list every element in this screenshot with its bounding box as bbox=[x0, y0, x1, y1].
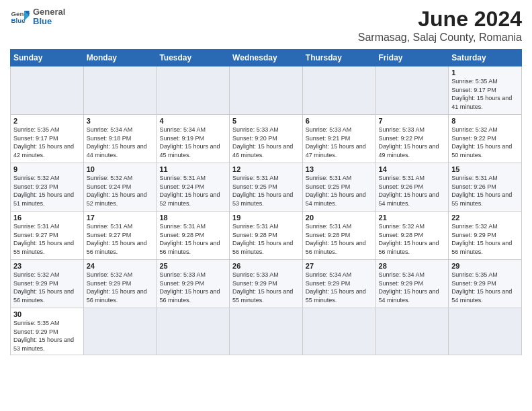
calendar-cell: 20Sunrise: 5:31 AM Sunset: 9:28 PM Dayli… bbox=[302, 212, 375, 260]
logo-blue: Blue bbox=[33, 17, 65, 26]
calendar-cell: 5Sunrise: 5:33 AM Sunset: 9:20 PM Daylig… bbox=[230, 115, 303, 163]
calendar-cell bbox=[83, 308, 157, 355]
day-number: 16 bbox=[13, 214, 81, 222]
day-number: 28 bbox=[379, 262, 446, 270]
weekday-header-sunday: Sunday bbox=[11, 50, 84, 66]
calendar-cell: 17Sunrise: 5:31 AM Sunset: 9:27 PM Dayli… bbox=[83, 212, 157, 260]
day-number: 9 bbox=[13, 165, 81, 173]
calendar-cell bbox=[375, 66, 449, 115]
calendar-cell: 9Sunrise: 5:32 AM Sunset: 9:23 PM Daylig… bbox=[11, 163, 84, 212]
weekday-header-saturday: Saturday bbox=[449, 50, 522, 66]
calendar-cell: 6Sunrise: 5:33 AM Sunset: 9:21 PM Daylig… bbox=[302, 115, 375, 163]
day-info: Sunrise: 5:31 AM Sunset: 9:25 PM Dayligh… bbox=[232, 174, 300, 208]
calendar-cell bbox=[302, 66, 375, 115]
day-info: Sunrise: 5:32 AM Sunset: 9:29 PM Dayligh… bbox=[451, 222, 519, 256]
calendar-cell bbox=[230, 308, 303, 355]
calendar-cell bbox=[157, 66, 230, 115]
day-number: 2 bbox=[13, 117, 81, 125]
calendar-cell bbox=[157, 308, 230, 355]
page-header: General Blue General Blue June 2024 Sarm… bbox=[10, 7, 522, 44]
weekday-header-monday: Monday bbox=[83, 50, 157, 66]
month-title: June 2024 bbox=[358, 7, 522, 32]
day-number: 8 bbox=[451, 117, 519, 125]
calendar-week-row: 16Sunrise: 5:31 AM Sunset: 9:27 PM Dayli… bbox=[11, 212, 522, 260]
day-info: Sunrise: 5:33 AM Sunset: 9:21 PM Dayligh… bbox=[306, 126, 373, 159]
day-info: Sunrise: 5:34 AM Sunset: 9:18 PM Dayligh… bbox=[87, 126, 154, 159]
day-info: Sunrise: 5:35 AM Sunset: 9:29 PM Dayligh… bbox=[13, 319, 81, 353]
day-number: 23 bbox=[13, 262, 81, 270]
calendar-cell bbox=[302, 308, 375, 355]
day-info: Sunrise: 5:34 AM Sunset: 9:29 PM Dayligh… bbox=[306, 271, 373, 304]
day-info: Sunrise: 5:34 AM Sunset: 9:19 PM Dayligh… bbox=[159, 126, 226, 159]
calendar-cell: 15Sunrise: 5:31 AM Sunset: 9:26 PM Dayli… bbox=[449, 163, 522, 212]
day-info: Sunrise: 5:32 AM Sunset: 9:24 PM Dayligh… bbox=[87, 174, 154, 208]
day-info: Sunrise: 5:32 AM Sunset: 9:23 PM Dayligh… bbox=[13, 174, 81, 208]
calendar-week-row: 23Sunrise: 5:32 AM Sunset: 9:29 PM Dayli… bbox=[11, 260, 522, 308]
day-info: Sunrise: 5:32 AM Sunset: 9:29 PM Dayligh… bbox=[87, 271, 154, 304]
day-info: Sunrise: 5:32 AM Sunset: 9:28 PM Dayligh… bbox=[379, 222, 446, 256]
calendar-cell: 10Sunrise: 5:32 AM Sunset: 9:24 PM Dayli… bbox=[83, 163, 157, 212]
day-number: 19 bbox=[232, 214, 300, 222]
calendar-cell: 1Sunrise: 5:35 AM Sunset: 9:17 PM Daylig… bbox=[449, 66, 522, 115]
calendar-cell: 4Sunrise: 5:34 AM Sunset: 9:19 PM Daylig… bbox=[157, 115, 230, 163]
day-number: 11 bbox=[159, 165, 226, 173]
day-info: Sunrise: 5:34 AM Sunset: 9:29 PM Dayligh… bbox=[379, 271, 446, 304]
day-info: Sunrise: 5:31 AM Sunset: 9:26 PM Dayligh… bbox=[379, 174, 446, 208]
svg-text:Blue: Blue bbox=[11, 17, 26, 24]
calendar-cell: 16Sunrise: 5:31 AM Sunset: 9:27 PM Dayli… bbox=[11, 212, 84, 260]
location-title: Sarmasag, Salaj County, Romania bbox=[358, 32, 522, 44]
day-info: Sunrise: 5:31 AM Sunset: 9:25 PM Dayligh… bbox=[306, 174, 373, 208]
day-info: Sunrise: 5:31 AM Sunset: 9:28 PM Dayligh… bbox=[306, 222, 373, 256]
day-number: 17 bbox=[87, 214, 154, 222]
calendar-cell: 23Sunrise: 5:32 AM Sunset: 9:29 PM Dayli… bbox=[11, 260, 84, 308]
calendar-cell: 28Sunrise: 5:34 AM Sunset: 9:29 PM Dayli… bbox=[375, 260, 449, 308]
logo-text: General Blue bbox=[33, 7, 65, 27]
day-number: 7 bbox=[379, 117, 446, 125]
calendar-cell: 27Sunrise: 5:34 AM Sunset: 9:29 PM Dayli… bbox=[302, 260, 375, 308]
day-number: 30 bbox=[13, 310, 81, 318]
calendar-week-row: 2Sunrise: 5:35 AM Sunset: 9:17 PM Daylig… bbox=[11, 115, 522, 163]
day-info: Sunrise: 5:35 AM Sunset: 9:29 PM Dayligh… bbox=[451, 271, 519, 304]
day-info: Sunrise: 5:33 AM Sunset: 9:29 PM Dayligh… bbox=[232, 271, 300, 304]
day-info: Sunrise: 5:31 AM Sunset: 9:28 PM Dayligh… bbox=[159, 222, 226, 256]
calendar-cell: 8Sunrise: 5:32 AM Sunset: 9:22 PM Daylig… bbox=[449, 115, 522, 163]
day-number: 10 bbox=[87, 165, 154, 173]
day-number: 27 bbox=[306, 262, 373, 270]
calendar-week-row: 9Sunrise: 5:32 AM Sunset: 9:23 PM Daylig… bbox=[11, 163, 522, 212]
calendar-cell: 25Sunrise: 5:33 AM Sunset: 9:29 PM Dayli… bbox=[157, 260, 230, 308]
calendar-table: SundayMondayTuesdayWednesdayThursdayFrid… bbox=[10, 49, 522, 355]
calendar-cell: 21Sunrise: 5:32 AM Sunset: 9:28 PM Dayli… bbox=[375, 212, 449, 260]
day-info: Sunrise: 5:32 AM Sunset: 9:29 PM Dayligh… bbox=[13, 271, 81, 304]
calendar-cell: 24Sunrise: 5:32 AM Sunset: 9:29 PM Dayli… bbox=[83, 260, 157, 308]
day-info: Sunrise: 5:33 AM Sunset: 9:29 PM Dayligh… bbox=[159, 271, 226, 304]
day-number: 22 bbox=[451, 214, 519, 222]
day-number: 3 bbox=[87, 117, 154, 125]
day-number: 29 bbox=[451, 262, 519, 270]
calendar-cell: 11Sunrise: 5:31 AM Sunset: 9:24 PM Dayli… bbox=[157, 163, 230, 212]
calendar-week-row: 1Sunrise: 5:35 AM Sunset: 9:17 PM Daylig… bbox=[11, 66, 522, 115]
day-number: 13 bbox=[306, 165, 373, 173]
calendar-cell: 22Sunrise: 5:32 AM Sunset: 9:29 PM Dayli… bbox=[449, 212, 522, 260]
title-block: June 2024 Sarmasag, Salaj County, Romani… bbox=[358, 7, 522, 44]
day-number: 15 bbox=[451, 165, 519, 173]
day-info: Sunrise: 5:33 AM Sunset: 9:20 PM Dayligh… bbox=[232, 126, 300, 159]
calendar-cell: 29Sunrise: 5:35 AM Sunset: 9:29 PM Dayli… bbox=[449, 260, 522, 308]
calendar-cell: 3Sunrise: 5:34 AM Sunset: 9:18 PM Daylig… bbox=[83, 115, 157, 163]
day-number: 1 bbox=[451, 68, 519, 77]
weekday-header-friday: Friday bbox=[375, 50, 449, 66]
day-number: 5 bbox=[232, 117, 300, 125]
calendar-week-row: 30Sunrise: 5:35 AM Sunset: 9:29 PM Dayli… bbox=[11, 308, 522, 355]
calendar-cell: 13Sunrise: 5:31 AM Sunset: 9:25 PM Dayli… bbox=[302, 163, 375, 212]
day-number: 20 bbox=[306, 214, 373, 222]
calendar-cell bbox=[83, 66, 157, 115]
day-number: 24 bbox=[87, 262, 154, 270]
calendar-cell: 30Sunrise: 5:35 AM Sunset: 9:29 PM Dayli… bbox=[11, 308, 84, 355]
calendar-cell: 26Sunrise: 5:33 AM Sunset: 9:29 PM Dayli… bbox=[230, 260, 303, 308]
day-number: 25 bbox=[159, 262, 226, 270]
day-info: Sunrise: 5:31 AM Sunset: 9:27 PM Dayligh… bbox=[13, 222, 81, 256]
day-info: Sunrise: 5:31 AM Sunset: 9:27 PM Dayligh… bbox=[87, 222, 154, 256]
calendar-cell: 12Sunrise: 5:31 AM Sunset: 9:25 PM Dayli… bbox=[230, 163, 303, 212]
calendar-cell: 2Sunrise: 5:35 AM Sunset: 9:17 PM Daylig… bbox=[11, 115, 84, 163]
calendar-cell bbox=[11, 66, 84, 115]
logo-icon: General Blue bbox=[10, 7, 30, 27]
